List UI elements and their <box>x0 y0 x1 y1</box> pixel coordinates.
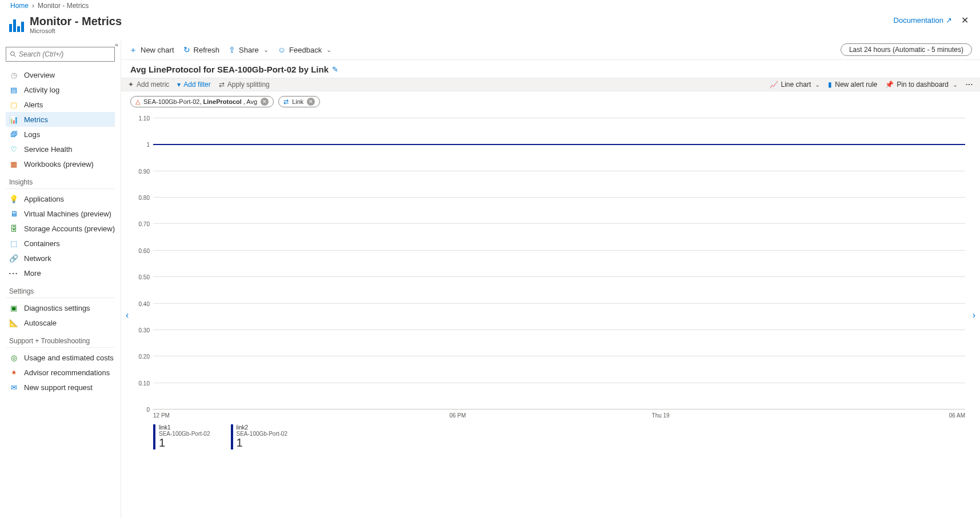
refresh-button[interactable]: ↻ Refresh <box>183 46 220 54</box>
chart-plot[interactable]: 1.1010.900.800.700.600.500.400.300.200.1… <box>153 118 965 409</box>
sidebar-item-label: Activity log <box>24 86 59 94</box>
y-tick-label: 1.10 <box>139 115 150 122</box>
chart-type-selector[interactable]: 📈 Line chart <box>770 81 821 89</box>
remove-chip-icon[interactable]: ✕ <box>307 98 315 106</box>
sidebar-item-label: Diagnostics settings <box>24 304 90 312</box>
y-tick-label: 0.80 <box>139 195 150 201</box>
share-icon: ⇪ <box>229 46 235 54</box>
close-icon[interactable]: ✕ <box>959 15 971 26</box>
sidebar: « ◷Overview▤Activity log▢Alerts📊Metrics🗊… <box>0 40 121 518</box>
sidebar-search[interactable] <box>6 47 115 62</box>
remove-chip-icon[interactable]: ✕ <box>261 98 269 106</box>
search-icon <box>10 51 17 58</box>
search-input[interactable] <box>19 50 111 58</box>
chart-title: Avg LineProtocol for SEA-100Gb-Port-02 b… <box>130 65 329 74</box>
legend-series-name: link2 <box>237 424 288 431</box>
x-tick-label: 06 AM <box>762 412 965 419</box>
collapse-sidebar-icon[interactable]: « <box>115 41 118 48</box>
sidebar-item-label: Metrics <box>24 115 48 124</box>
sidebar-item-more[interactable]: ···More <box>6 266 115 280</box>
sidebar-item-label: Containers <box>24 239 60 248</box>
sidebar-item-new-support-request[interactable]: ✉New support request <box>6 380 115 395</box>
breadcrumb-current: Monitor - Metrics <box>38 2 89 10</box>
sidebar-item-alerts[interactable]: ▢Alerts <box>6 97 115 112</box>
y-tick-label: 0.60 <box>139 247 150 254</box>
sidebar-item-storage-accounts-preview-[interactable]: 🗄Storage Accounts (preview) <box>6 221 115 236</box>
legend-item[interactable]: link1 SEA-100Gb-Port-02 1 <box>153 424 214 449</box>
gauge-icon: ◷ <box>9 70 18 79</box>
chart-prev-icon[interactable]: ‹ <box>122 307 132 324</box>
x-tick-label: 06 PM <box>356 412 559 419</box>
metric-chip[interactable]: △ SEA-100Gb-Port-02, LineProtocol , Avg … <box>130 96 274 107</box>
legend-series-value: 1 <box>159 436 210 449</box>
sidebar-item-containers[interactable]: ⬚Containers <box>6 236 115 251</box>
legend-series-name: link1 <box>159 424 210 431</box>
edit-title-icon[interactable]: ✎ <box>332 65 338 74</box>
sparkle-icon: ✦ <box>128 81 134 89</box>
sidebar-item-applications[interactable]: 💡Applications <box>6 191 115 206</box>
pin-dashboard-button[interactable]: 📌 Pin to dashboard <box>885 81 958 89</box>
y-tick-label: 0.50 <box>139 274 150 280</box>
sidebar-item-autoscale[interactable]: 📐Autoscale <box>6 315 115 330</box>
svg-line-1 <box>14 55 16 57</box>
filter-icon: ▾ <box>177 81 181 89</box>
new-chart-button[interactable]: ＋ New chart <box>129 46 174 54</box>
new-alert-button[interactable]: ▮ New alert rule <box>828 81 877 89</box>
more-options-button[interactable]: ··· <box>966 81 973 89</box>
sidebar-item-network[interactable]: 🔗Network <box>6 251 115 266</box>
page-subtitle: Microsoft <box>30 27 122 34</box>
time-range-selector[interactable]: Last 24 hours (Automatic - 5 minutes) <box>841 43 972 56</box>
split-icon: ⇄ <box>219 81 225 89</box>
support-icon: ✉ <box>9 383 18 392</box>
sidebar-item-advisor-recommendations[interactable]: ✴Advisor recommendations <box>6 365 115 380</box>
diag-icon: ▣ <box>9 303 18 312</box>
sidebar-item-usage-and-estimated-costs[interactable]: ◎Usage and estimated costs <box>6 350 115 365</box>
add-filter-button[interactable]: ▾ Add filter <box>177 81 210 89</box>
usage-icon: ◎ <box>9 353 18 362</box>
refresh-icon: ↻ <box>183 46 190 54</box>
sidebar-item-activity-log[interactable]: ▤Activity log <box>6 82 115 97</box>
alert-rule-icon: ▮ <box>828 81 832 89</box>
legend-item[interactable]: link2 SEA-100Gb-Port-02 1 <box>231 424 291 449</box>
add-metric-button[interactable]: ✦ Add metric <box>128 81 169 89</box>
external-link-icon: ↗ <box>946 16 952 25</box>
network-icon: 🔗 <box>9 254 18 263</box>
y-tick-label: 0 <box>146 407 150 413</box>
share-button[interactable]: ⇪ Share <box>229 46 269 54</box>
sidebar-item-label: New support request <box>24 383 93 392</box>
sidebar-item-label: Network <box>24 254 51 263</box>
chart-next-icon[interactable]: › <box>969 307 979 324</box>
pin-icon: 📌 <box>885 81 894 89</box>
toolbar: ＋ New chart ↻ Refresh ⇪ Share ☺ Feedback… <box>121 40 980 60</box>
sidebar-item-virtual-machines-preview-[interactable]: 🖥Virtual Machines (preview) <box>6 206 115 221</box>
y-tick-label: 0.70 <box>139 221 150 227</box>
breadcrumb-home[interactable]: Home <box>10 2 29 10</box>
storage-icon: 🗄 <box>9 224 18 233</box>
apply-splitting-button[interactable]: ⇄ Apply splitting <box>219 81 270 89</box>
sidebar-item-label: Autoscale <box>24 319 57 327</box>
breadcrumb: Home › Monitor - Metrics <box>0 0 980 11</box>
sidebar-item-label: Overview <box>24 71 55 79</box>
alert-icon: ▢ <box>9 100 18 109</box>
sidebar-item-diagnostics-settings[interactable]: ▣Diagnostics settings <box>6 300 115 315</box>
vm-icon: 🖥 <box>9 209 18 218</box>
documentation-link[interactable]: Documentation ↗ <box>894 16 952 25</box>
line-chart-icon: 📈 <box>770 81 778 89</box>
sidebar-item-metrics[interactable]: 📊Metrics <box>6 112 115 127</box>
log-icon: ▤ <box>9 85 18 94</box>
sidebar-item-service-health[interactable]: ♡Service Health <box>6 142 115 156</box>
split-chip[interactable]: ⇄ Link ✕ <box>278 96 320 107</box>
y-tick-label: 0.30 <box>139 327 150 333</box>
sidebar-item-workbooks-preview-[interactable]: ▦Workbooks (preview) <box>6 156 115 171</box>
sidebar-item-label: Logs <box>24 130 40 139</box>
breadcrumb-separator: › <box>32 2 34 10</box>
metrics-icon: 📊 <box>9 115 18 124</box>
y-tick-label: 0.10 <box>139 380 150 386</box>
containers-icon: ⬚ <box>9 239 18 248</box>
y-tick-label: 0.40 <box>139 300 150 307</box>
svg-point-0 <box>11 52 15 56</box>
sidebar-item-logs[interactable]: 🗊Logs <box>6 127 115 142</box>
feedback-button[interactable]: ☺ Feedback <box>278 46 331 54</box>
sidebar-item-overview[interactable]: ◷Overview <box>6 67 115 82</box>
filter-chips-row: △ SEA-100Gb-Port-02, LineProtocol , Avg … <box>121 91 980 112</box>
